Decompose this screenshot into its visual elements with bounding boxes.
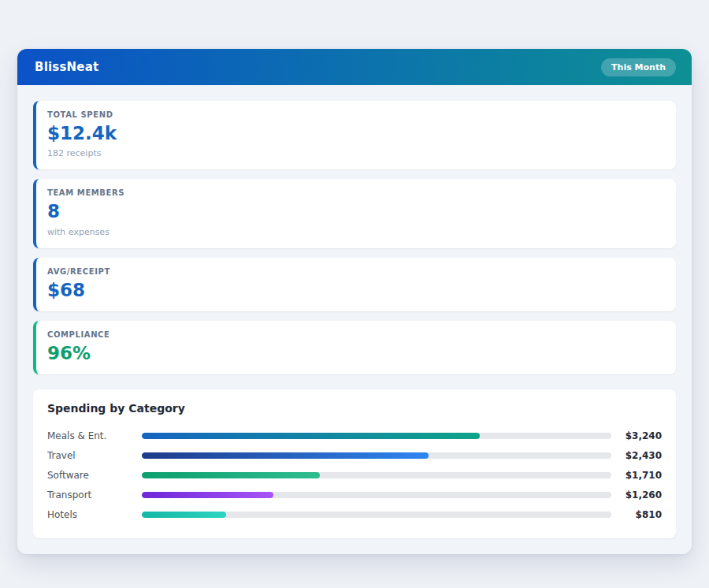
category-row-transport: Transport $1,260 xyxy=(47,485,662,504)
category-row-hotels: Hotels $810 xyxy=(47,504,662,524)
stat-label: TOTAL SPEND xyxy=(47,110,663,119)
bar-track xyxy=(142,452,611,459)
stat-label: AVG/RECEIPT xyxy=(47,267,663,276)
category-amount: $2,430 xyxy=(611,450,662,461)
bar-track xyxy=(142,472,611,478)
stat-label: COMPLIANCE xyxy=(47,330,663,339)
app-header: BlissNeat This Month xyxy=(17,49,692,85)
app-title: BlissNeat xyxy=(35,60,98,74)
bar-fill xyxy=(142,472,320,478)
stat-subtitle: with expenses xyxy=(47,227,663,237)
bar-track xyxy=(142,433,611,439)
dashboard-card: BlissNeat This Month TOTAL SPEND $12.4k … xyxy=(17,49,692,554)
bar-track xyxy=(142,512,611,518)
stat-value: 96% xyxy=(47,344,663,363)
category-amount: $1,710 xyxy=(611,470,662,481)
page: BlissNeat This Month TOTAL SPEND $12.4k … xyxy=(0,0,709,588)
bar-track xyxy=(142,492,611,498)
category-amount: $810 xyxy=(611,509,662,520)
stat-value: $12.4k xyxy=(47,124,663,143)
category-amount: $3,240 xyxy=(611,430,662,441)
chart-title: Spending by Category xyxy=(47,402,662,415)
category-row-software: Software $1,710 xyxy=(47,465,662,485)
category-label: Meals & Ent. xyxy=(47,430,142,441)
bar-fill xyxy=(142,433,480,439)
stat-subtitle: 182 receipts xyxy=(47,148,663,158)
dashboard-body: TOTAL SPEND $12.4k 182 receipts TEAM MEM… xyxy=(17,85,692,554)
stat-label: TEAM MEMBERS xyxy=(47,188,663,197)
category-amount: $1,260 xyxy=(611,489,662,501)
category-label: Hotels xyxy=(47,509,142,520)
category-label: Transport xyxy=(47,489,142,501)
period-badge[interactable]: This Month xyxy=(601,58,676,76)
stat-value: $68 xyxy=(47,281,663,300)
category-row-meals: Meals & Ent. $3,240 xyxy=(47,426,662,445)
spending-by-category-card: Spending by Category Meals & Ent. $3,240… xyxy=(33,389,676,538)
bar-fill xyxy=(142,512,226,518)
bar-fill xyxy=(142,452,429,459)
category-row-travel: Travel $2,430 xyxy=(47,445,662,465)
stat-value: 8 xyxy=(47,202,663,221)
bar-fill xyxy=(142,492,273,498)
stat-card-compliance: COMPLIANCE 96% xyxy=(33,321,676,374)
stat-card-team-members: TEAM MEMBERS 8 with expenses xyxy=(33,179,676,247)
stat-card-total-spend: TOTAL SPEND $12.4k 182 receipts xyxy=(33,101,676,169)
stat-card-avg-receipt: AVG/RECEIPT $68 xyxy=(33,258,676,311)
category-label: Travel xyxy=(47,450,142,461)
category-label: Software xyxy=(47,470,142,481)
